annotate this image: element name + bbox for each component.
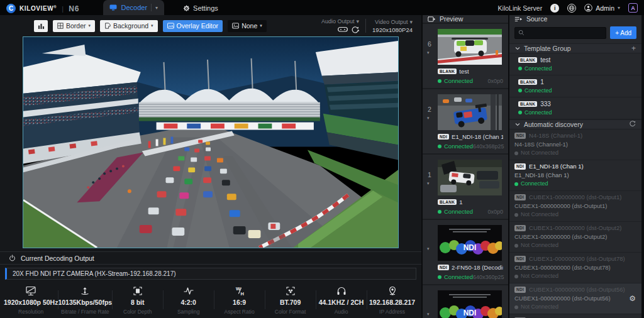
aspect-ratio-icon: WH [233,285,246,297]
add-source-button[interactable]: + Add [610,26,636,39]
group-header-discovery[interactable]: Automatic discovery [509,119,641,129]
color-depth-icon [131,285,144,297]
source-item[interactable]: NDICUBEX1-000000000 (dst-Output3) CUBEX1… [509,314,641,318]
preview-thumbnail[interactable]: NDI [438,290,502,318]
preview-thumbnail[interactable] [438,160,502,195]
source-item[interactable]: NDIN4-18S (Channel-1) N4-18S (Channel-1)… [509,129,641,160]
video-preview[interactable] [23,36,399,248]
chevron-down-icon[interactable]: ▾ [427,312,430,317]
image-icon [232,23,239,29]
preview-item[interactable]: ▾ NDI [423,285,508,318]
status-label: Connected [525,87,552,94]
source-item-title: CUBEX1-000000000 (dst-Output78) [529,255,625,263]
resolution-label: 640x360p25 [473,274,504,280]
preview-item[interactable]: 1 ▾ BLANK1 Connected0x0p0 [423,155,508,219]
preview-item[interactable]: 6 ▾ BLANKtest Connected0x0p0 [423,24,508,88]
stream-stats: 1920x1080p 50HzResolution 10135Kbps/50fp… [0,282,421,315]
tab-settings[interactable]: Settings [183,4,218,15]
decoding-source-bar[interactable]: 20X FHD NDI PTZ CAMERA (HX-Stream-192.16… [5,268,416,280]
stat-bitrate: 10135Kbps/50fpsBitrate / Frame Rate [58,284,112,315]
output-zone: Audio Output▾ Video Output▾ 1920x1080P24 [321,18,413,33]
globe-icon[interactable] [567,4,576,13]
template-name: 333 [540,101,551,107]
source-item[interactable]: NDICUBEX1-000000000 (dst-Output2) CUBEX1… [509,222,641,253]
status-label: Connected [444,77,473,84]
background-dropdown[interactable]: Background ▾ [100,20,158,32]
source-item-selected[interactable]: NDIE1_NDI-18 (Chan 1) E1_NDI-18 (Chan 1)… [509,160,641,191]
blank-badge: BLANK [518,79,537,85]
kiloview-logo-icon: C [6,4,16,13]
source-item[interactable]: NDICUBEX1-000000000 (dst-Output1) CUBEX1… [509,191,641,222]
status-dot [518,111,522,114]
preview-title: Preview [440,15,463,23]
search-input[interactable] [514,27,606,39]
source-item-subtitle: CUBEX1-000000000 (dst-Output78) [514,264,636,271]
kilolink-server-link[interactable]: KiloLink Server [498,4,543,12]
preview-thumbnail[interactable] [438,29,502,65]
preview-thumbnail[interactable]: NDI [438,225,502,261]
topbar-right: KiloLink Server i Admin ▾ A [498,3,644,15]
divider [151,4,152,11]
refresh-icon[interactable] [629,120,636,129]
chevron-down-icon[interactable]: ▾ [427,246,430,251]
status-dot [438,145,441,148]
language-icon[interactable]: A [628,3,638,13]
overlay-editor-button[interactable]: Overlay Editor [163,20,223,32]
power-icon [9,255,16,261]
audio-output-label: Audio Output [321,18,355,25]
chevron-down-icon[interactable]: ▾ [155,5,158,11]
source-item-title: E1_NDI-18 (Chan 1) [529,163,584,170]
preview-item[interactable]: 2 ▾ NDIE1_NDI-18 (Chan 1) Connected640x3… [423,89,508,153]
template-item[interactable]: BLANK1 Connected [509,75,641,97]
resolution-label: 0x0p0 [487,78,503,84]
template-item[interactable]: BLANKtest Connected [509,53,641,75]
layout-grid-button[interactable] [34,20,48,32]
border-dropdown[interactable]: Border ▾ [53,20,95,32]
status-dot [514,275,518,278]
group-header-template[interactable]: Template Group + [509,43,641,53]
sampling-pulse-icon [182,285,195,297]
admin-label: Admin [596,4,614,12]
stat-color-format: BT.709Color Format [265,284,316,315]
blank-badge: BLANK [438,69,457,75]
tab-decoder[interactable]: Decoder ▾ [103,0,164,15]
resolution-label: 0x0p0 [487,209,503,215]
section-title: Current Decoding Output [21,255,94,262]
video-output-group[interactable]: Video Output▾ 1920x1080P24 [372,19,413,33]
ndi-badge: NDI [438,134,449,140]
preview-item[interactable]: ▾ NDI NDI2-FN50-18 (Decoding C... Connec… [423,220,508,284]
background-label: Background [113,22,148,30]
chevron-down-icon[interactable]: ▾ [427,116,430,121]
ndi-badge: NDI [514,225,526,231]
chevron-down-icon[interactable]: ▾ [427,50,430,55]
info-icon[interactable]: i [550,4,559,13]
preview-name: 2-FN50-18 (Decoding C... [452,264,503,271]
window-number: 1 [428,171,431,178]
source-item-hovered[interactable]: NDICUBEX1-000000000 (dst-Output56) CUBEX… [509,283,641,314]
source-item-title: CUBEX1-000000000 (dst-Output2) [529,224,621,232]
add-template-icon[interactable]: + [631,44,636,53]
stat-color-depth: 8 bitColor Depth [112,284,163,315]
resolution-label: 640x368p25 [473,143,504,150]
template-item[interactable]: BLANK333 Connected [509,97,641,119]
gear-icon[interactable]: ⚙ [629,294,636,303]
divider [365,19,366,33]
stat-resolution: 1920x1080p 50HzResolution [4,284,58,315]
gear-icon [183,5,190,12]
race-track-video-frame [23,37,398,248]
background-icon [104,23,111,29]
status-dot [514,213,518,217]
chevron-down-icon[interactable]: ▾ [427,181,430,186]
audio-output-group[interactable]: Audio Output▾ [321,18,359,33]
source-icon [514,16,523,23]
toolbar: Border ▾ Background ▾ Overlay Editor Non… [0,15,421,36]
chevron-down-icon: ▾ [618,5,620,11]
tab-settings-label: Settings [193,4,218,12]
admin-menu[interactable]: Admin ▾ [584,4,620,12]
divider: | [62,5,64,13]
preview-thumbnail[interactable] [438,94,502,130]
source-item[interactable]: NDICUBEX1-000000000 (dst-Output78) CUBEX… [509,253,641,283]
status-dot [514,244,518,248]
status-label: Not Connected [521,150,558,156]
none-dropdown[interactable]: None ▾ [228,20,267,32]
